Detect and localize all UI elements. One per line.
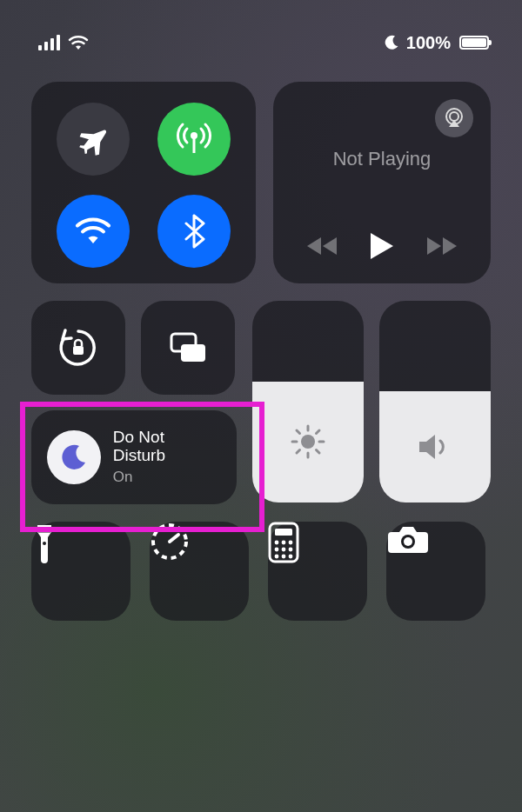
svg-rect-0 [38,45,42,50]
svg-point-28 [289,541,293,545]
calculator-icon [268,522,299,563]
svg-rect-3 [57,35,60,50]
battery-percent-label: 100% [406,33,451,53]
forward-button[interactable] [425,236,458,256]
left-column: Do Not Disturb On [31,301,237,504]
flashlight-button[interactable] [31,522,130,621]
volume-fill [379,391,491,503]
airplay-icon [443,107,465,130]
svg-point-26 [275,541,279,545]
svg-line-23 [170,535,178,542]
status-right: 100% [384,33,489,53]
svg-point-31 [289,548,293,552]
control-center: Not Playing [31,82,491,638]
rewind-button[interactable] [305,236,338,256]
volume-icon [416,431,454,463]
svg-line-17 [317,450,320,454]
screen-mirroring-button[interactable] [141,301,235,395]
now-playing-label: Not Playing [291,148,473,170]
svg-point-34 [289,555,293,559]
svg-point-21 [43,542,46,545]
svg-rect-5 [193,137,196,153]
bluetooth-icon [183,214,205,249]
svg-rect-2 [50,38,54,50]
svg-rect-25 [275,529,292,536]
media-controls [291,231,473,261]
svg-point-29 [275,548,279,552]
calculator-button[interactable] [268,522,367,621]
wifi-icon [68,35,89,50]
airplane-mode-button[interactable] [57,103,130,176]
battery-icon [459,36,489,50]
svg-line-19 [317,430,320,434]
airplay-button[interactable] [435,99,473,137]
cellular-signal-icon [38,35,61,50]
media-tile[interactable]: Not Playing [273,82,491,283]
do-not-disturb-button[interactable]: Do Not Disturb On [31,410,237,504]
camera-icon [386,522,430,556]
svg-point-27 [282,541,286,545]
status-bar: 100% [0,28,522,57]
dnd-title: Do Not Disturb [113,429,221,465]
dnd-text: Do Not Disturb On [113,429,221,486]
antenna-icon [175,120,213,158]
wifi-button[interactable] [57,195,130,268]
svg-rect-1 [44,42,48,50]
svg-point-36 [404,537,412,546]
row-middle: Do Not Disturb On [31,301,491,504]
dnd-status: On [113,469,221,486]
svg-point-11 [301,435,315,449]
row-connectivity-media: Not Playing [31,82,491,283]
volume-slider[interactable] [379,301,491,503]
flashlight-icon [31,522,57,565]
wifi-icon [74,216,112,246]
svg-point-32 [275,555,279,559]
screen-mirroring-icon [166,330,210,365]
camera-button[interactable] [386,522,485,621]
brightness-slider[interactable] [252,301,364,503]
dnd-circle [47,430,101,484]
row-bottom [31,522,491,621]
svg-rect-10 [181,344,205,362]
svg-rect-8 [73,346,84,355]
svg-line-16 [297,430,300,434]
svg-point-7 [450,112,458,121]
play-button[interactable] [369,231,395,261]
moon-icon [59,443,89,472]
status-left [38,35,89,50]
timer-button[interactable] [150,522,249,621]
brightness-fill [252,382,364,503]
orientation-lock-icon [57,326,100,369]
bluetooth-button[interactable] [157,195,231,268]
svg-point-30 [282,548,286,552]
svg-line-18 [297,450,300,454]
orientation-lock-button[interactable] [31,301,125,395]
airplane-icon [76,122,110,156]
moon-icon [384,35,399,50]
connectivity-tile[interactable] [31,82,256,283]
svg-rect-20 [38,530,50,533]
svg-point-33 [282,555,286,559]
timer-icon [150,522,190,562]
cellular-data-button[interactable] [157,103,231,176]
brightness-icon [290,423,326,460]
